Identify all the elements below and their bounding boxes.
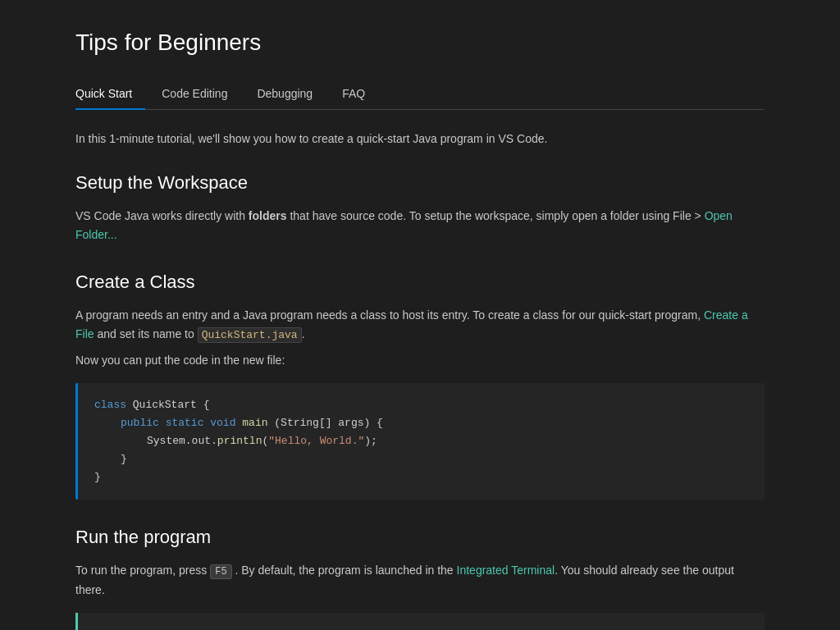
link-integrated-terminal[interactable]: Integrated Terminal <box>457 564 555 577</box>
code-keyword-class: class <box>94 399 126 411</box>
code-line-5: } <box>94 468 748 486</box>
code-string-hello: "Hello, World." <box>268 435 364 447</box>
code-line-3: System.out.println("Hello, World."); <box>94 432 748 450</box>
section-heading-run: Run the program <box>75 523 765 551</box>
tab-quick-start[interactable]: Quick Start <box>75 78 145 109</box>
section-create-class: Create a Class A program needs an entry … <box>75 267 765 500</box>
tabs-bar: Quick Start Code Editing Debugging FAQ <box>75 78 765 110</box>
code-closing-brace-2: } <box>94 471 101 483</box>
section-text-create-class-1: A program needs an entry and a Java prog… <box>75 306 765 345</box>
section-text-setup: VS Code Java works directly with folders… <box>75 207 765 244</box>
code-line-2: public static void main (String[] args) … <box>94 414 748 432</box>
code-block-quickstart: class QuickStart { public static void ma… <box>75 383 765 500</box>
section-setup-workspace: Setup the Workspace VS Code Java works d… <box>75 168 765 244</box>
callout-heading-debug: How to Debug? <box>94 626 748 630</box>
code-line-1: class QuickStart { <box>94 396 748 414</box>
code-method-println: println <box>217 435 262 447</box>
code-keyword-void: void <box>210 417 235 429</box>
section-text-run: To run the program, press F5 . By defaul… <box>75 561 765 600</box>
link-open-folder[interactable]: Open Folder... <box>75 209 733 241</box>
key-badge-f5-run: F5 <box>210 564 231 579</box>
bold-folders: folders <box>249 209 287 222</box>
link-create-file[interactable]: Create a File <box>75 308 748 340</box>
page-container: Tips for Beginners Quick Start Code Edit… <box>26 0 814 630</box>
code-keyword-public: public <box>121 417 159 429</box>
code-method-main: main <box>242 417 267 429</box>
tab-faq[interactable]: FAQ <box>329 78 378 109</box>
code-line-4: } <box>94 450 748 468</box>
callout-debug-box: How to Debug? When you press F5 , you ar… <box>75 613 765 630</box>
section-text-create-class-2: Now you can put the code in the new file… <box>75 351 765 370</box>
intro-text: In this 1-minute tutorial, we'll show yo… <box>75 130 765 148</box>
tab-code-editing[interactable]: Code Editing <box>148 78 240 109</box>
code-closing-brace-1: } <box>121 453 127 465</box>
section-run-program: Run the program To run the program, pres… <box>75 523 765 630</box>
section-heading-setup: Setup the Workspace <box>75 168 765 197</box>
code-keyword-static: static <box>166 417 204 429</box>
page-title: Tips for Beginners <box>75 25 765 62</box>
code-plain-system: System.out. <box>147 435 217 447</box>
tab-debugging[interactable]: Debugging <box>244 78 326 109</box>
code-inline-filename: QuickStart.java <box>198 327 302 343</box>
section-heading-create-class: Create a Class <box>75 267 765 296</box>
